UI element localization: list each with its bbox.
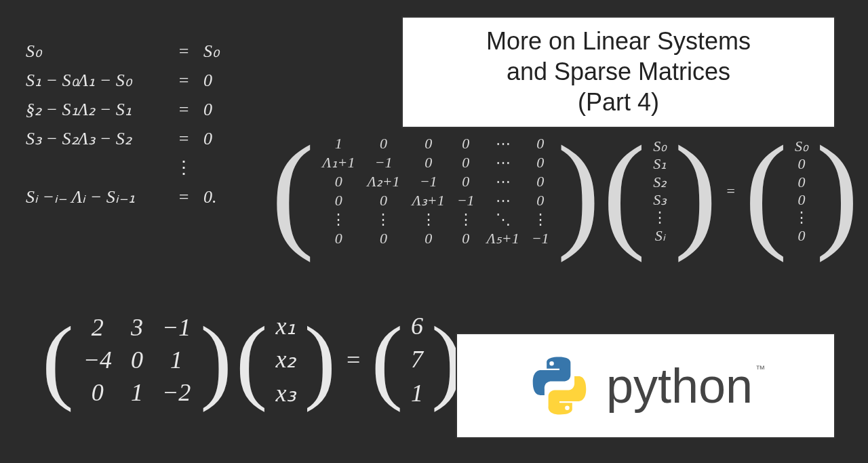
title-card: More on Linear Systems and Sparse Matric… bbox=[401, 16, 835, 128]
equation-lhs: Sᵢ −ᵢ₋ Λᵢ − Sᵢ₋₁ bbox=[20, 182, 170, 212]
title-line-3: (Part 4) bbox=[410, 87, 827, 117]
equation-lhs: S₃ − S₂Λ₃ − S₂ bbox=[20, 124, 170, 153]
left-paren-icon: ( bbox=[603, 146, 646, 237]
equals-sign: = bbox=[719, 182, 741, 200]
equation-lhs: §₂ − S₁Λ₂ − S₁ bbox=[20, 95, 170, 124]
equation-row: S₃ − S₂Λ₃ − S₂ = 0 bbox=[20, 124, 224, 153]
equation-row: §₂ − S₁Λ₂ − S₁ = 0 bbox=[20, 95, 224, 124]
equation-vdots: ⋮ bbox=[20, 153, 224, 182]
small-coefficient-matrix: 23−1 −401 01−2 bbox=[78, 310, 197, 409]
right-paren-icon: ) bbox=[304, 327, 336, 393]
equation-rhs: 0 bbox=[198, 95, 224, 124]
equation-row: S₀ = S₀ bbox=[20, 37, 224, 66]
equals-sign: = bbox=[170, 182, 198, 212]
small-b-vector: 6 7 1 bbox=[407, 310, 427, 409]
vertical-dots: ⋮ bbox=[170, 153, 198, 182]
equation-lhs: S₀ bbox=[20, 37, 170, 66]
right-paren-icon: ) bbox=[674, 146, 717, 237]
small-matrix-equation: ( 23−1 −401 01−2 ) ( x₁ x₂ x₃ ) = ( 6 7 … bbox=[42, 310, 463, 409]
right-paren-icon: ) bbox=[200, 327, 232, 393]
rhs-vector: S₀ 0 0 0 ⋮ 0 bbox=[790, 136, 813, 246]
trademark-symbol: ™ bbox=[755, 363, 765, 374]
equation-lhs: S₁ − S₀Λ₁ − S₀ bbox=[20, 66, 170, 95]
equation-rhs: S₀ bbox=[198, 37, 224, 66]
big-matrix-equation: ( 1000⋯0 Λ₁+1−100⋯0 0Λ₂+1−10⋯0 00Λ₃+1−1⋯… bbox=[271, 132, 859, 250]
left-paren-icon: ( bbox=[371, 327, 403, 393]
equation-rhs: 0 bbox=[198, 66, 224, 95]
equals-sign: = bbox=[170, 37, 198, 66]
equation-row: Sᵢ −ᵢ₋ Λᵢ − Sᵢ₋₁ = 0. bbox=[20, 182, 224, 212]
equals-sign: = bbox=[170, 124, 198, 153]
equation-list: S₀ = S₀ S₁ − S₀Λ₁ − S₀ = 0 §₂ − S₁Λ₂ − S… bbox=[20, 37, 224, 212]
left-paren-icon: ( bbox=[271, 146, 314, 237]
small-x-vector: x₁ x₂ x₃ bbox=[271, 310, 300, 409]
left-paren-icon: ( bbox=[236, 327, 268, 393]
right-paren-icon: ) bbox=[816, 146, 859, 237]
equals-sign: = bbox=[170, 66, 198, 95]
python-logo-card: python™ bbox=[456, 333, 835, 439]
python-logo-text: python™ bbox=[606, 358, 762, 414]
left-paren-icon: ( bbox=[42, 327, 74, 393]
equation-rhs: 0. bbox=[198, 182, 224, 212]
python-logo-icon bbox=[529, 355, 590, 416]
title-line-2: and Sparse Matrices bbox=[410, 56, 827, 87]
left-paren-icon: ( bbox=[745, 146, 787, 237]
equals-sign: = bbox=[340, 346, 367, 374]
right-paren-icon: ) bbox=[557, 146, 600, 237]
title-line-1: More on Linear Systems bbox=[410, 26, 827, 56]
equation-rhs: 0 bbox=[198, 124, 224, 153]
equation-row: S₁ − S₀Λ₁ − S₀ = 0 bbox=[20, 66, 224, 95]
solution-vector: S₀ S₁ S₂ S₃ ⋮ Sᵢ bbox=[648, 136, 671, 246]
equals-sign: = bbox=[170, 95, 198, 124]
coefficient-matrix: 1000⋯0 Λ₁+1−100⋯0 0Λ₂+1−10⋯0 00Λ₃+1−1⋯0 … bbox=[317, 132, 554, 250]
